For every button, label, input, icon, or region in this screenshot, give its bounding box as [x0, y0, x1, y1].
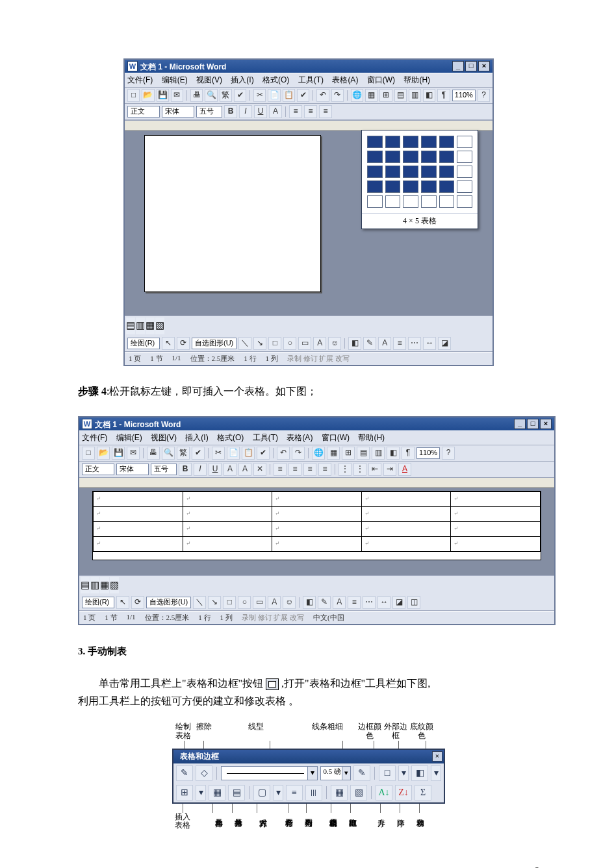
- mail-icon[interactable]: ✉: [171, 89, 183, 102]
- fontcolor-icon[interactable]: A: [269, 105, 282, 118]
- font-box[interactable]: 宋体: [162, 106, 194, 118]
- textbox-icon[interactable]: ▭: [298, 337, 311, 350]
- autoshapes-menu[interactable]: 自选图形(U): [192, 338, 237, 349]
- maximize-button[interactable]: □: [465, 61, 477, 71]
- rect-icon[interactable]: □: [268, 337, 281, 350]
- rect-icon[interactable]: □: [223, 596, 236, 609]
- menu-file[interactable]: 文件(F): [82, 433, 107, 442]
- fill-icon[interactable]: ◧: [303, 596, 316, 609]
- wordart-icon[interactable]: A: [268, 596, 281, 609]
- shadow-icon[interactable]: ◪: [438, 337, 451, 350]
- toolbar-close-button[interactable]: ×: [432, 751, 442, 762]
- menu-view[interactable]: 视图(V): [196, 75, 222, 84]
- align-right-icon[interactable]: ≡: [303, 463, 316, 476]
- align-justify-icon[interactable]: ≡: [318, 463, 331, 476]
- zoom-box[interactable]: 110%: [452, 90, 476, 101]
- char-border-icon[interactable]: A: [224, 463, 237, 476]
- textbox-icon[interactable]: ▭: [253, 596, 266, 609]
- line-icon[interactable]: ＼: [193, 596, 206, 609]
- menu-edit[interactable]: 编辑(E): [162, 75, 188, 84]
- char-shade-icon[interactable]: A: [238, 463, 251, 476]
- close-button[interactable]: ×: [540, 419, 552, 429]
- style-box[interactable]: 正文: [82, 464, 114, 475]
- abc-icon[interactable]: ✔: [234, 89, 246, 102]
- open-icon[interactable]: 📂: [142, 89, 154, 102]
- eraser-icon[interactable]: ◇: [196, 765, 212, 781]
- view-normal-icon[interactable]: ▤: [126, 317, 135, 334]
- linestyle-icon[interactable]: ≡: [393, 337, 406, 350]
- spell-icon[interactable]: 繁: [177, 447, 190, 460]
- view-print-icon[interactable]: ▦: [146, 317, 155, 334]
- numbering-icon[interactable]: ⋮: [339, 463, 352, 476]
- fmtpaint-icon[interactable]: ✔: [257, 447, 270, 460]
- minimize-button[interactable]: _: [452, 61, 464, 71]
- draw-menu[interactable]: 绘图(R): [82, 597, 114, 608]
- size-box[interactable]: 五号: [196, 106, 222, 118]
- menu-table[interactable]: 表格(A): [332, 75, 358, 84]
- menu-tools[interactable]: 工具(T): [298, 75, 324, 84]
- spell-icon[interactable]: 繁: [220, 89, 232, 102]
- text-color-icon[interactable]: A: [398, 463, 411, 476]
- menu-insert[interactable]: 插入(I): [185, 433, 208, 442]
- preview-icon[interactable]: 🔍: [162, 447, 175, 460]
- print-icon[interactable]: 🖶: [190, 89, 203, 102]
- mail-icon[interactable]: ✉: [127, 447, 140, 460]
- dist-rows-icon[interactable]: ≡: [286, 785, 303, 800]
- menu-help[interactable]: 帮助(H): [403, 75, 430, 84]
- align-dd[interactable]: ▾: [273, 785, 283, 800]
- underline-icon[interactable]: U: [209, 463, 222, 476]
- page-canvas[interactable]: [144, 135, 321, 292]
- copy-icon[interactable]: 📄: [227, 447, 240, 460]
- view-outline-icon[interactable]: ▧: [110, 577, 119, 594]
- arrows-icon[interactable]: ↔: [377, 596, 390, 609]
- align-right-icon[interactable]: ≡: [319, 105, 332, 118]
- redo-icon[interactable]: ↷: [292, 447, 305, 460]
- columns-icon[interactable]: ▥: [372, 447, 385, 460]
- line-icon[interactable]: ＼: [238, 337, 251, 350]
- insert-table-icon[interactable]: ⊞: [379, 89, 392, 102]
- excel-icon[interactable]: ▤: [357, 447, 370, 460]
- align-left-icon[interactable]: ≡: [274, 463, 287, 476]
- menu-format[interactable]: 格式(O): [262, 75, 289, 84]
- redo-icon[interactable]: ↷: [331, 89, 344, 102]
- merge-cells-icon[interactable]: ▦: [209, 785, 225, 800]
- new-icon[interactable]: □: [82, 447, 95, 460]
- pin-icon[interactable]: ¶: [402, 447, 415, 460]
- zoom-box[interactable]: 110%: [416, 447, 440, 459]
- select-icon[interactable]: ↖: [116, 596, 129, 609]
- size-box[interactable]: 五号: [151, 464, 177, 475]
- italic-icon[interactable]: I: [239, 105, 252, 118]
- line-style-dropdown[interactable]: ▾: [221, 766, 318, 780]
- align-left-icon[interactable]: ≡: [289, 105, 302, 118]
- border-color-icon[interactable]: ✎: [353, 765, 370, 781]
- threeD-icon[interactable]: ◫: [407, 596, 420, 609]
- font-box[interactable]: 宋体: [116, 464, 149, 475]
- dash-icon[interactable]: ⋯: [408, 337, 421, 350]
- align-center-icon[interactable]: ≡: [288, 463, 301, 476]
- abc-icon[interactable]: ✔: [192, 447, 205, 460]
- menu-edit[interactable]: 编辑(E): [116, 433, 142, 442]
- insert-table-dd[interactable]: ▾: [196, 785, 206, 800]
- rotate-icon[interactable]: ⟳: [177, 337, 190, 350]
- view-web-icon[interactable]: ▥: [136, 317, 145, 334]
- preview-icon[interactable]: 🔍: [205, 89, 217, 102]
- shading-color-icon[interactable]: ◧: [411, 765, 428, 781]
- open-icon[interactable]: 📂: [97, 447, 110, 460]
- italic-icon[interactable]: I: [194, 463, 207, 476]
- menu-window[interactable]: 窗口(W): [322, 433, 350, 442]
- columns-icon[interactable]: ▥: [409, 89, 421, 102]
- clipart-icon[interactable]: ☺: [283, 596, 296, 609]
- select-icon[interactable]: ↖: [162, 337, 175, 350]
- map-icon[interactable]: ◧: [387, 447, 400, 460]
- excel-icon[interactable]: ▤: [394, 89, 407, 102]
- oval-icon[interactable]: ○: [283, 337, 296, 350]
- paste-icon[interactable]: 📋: [283, 89, 295, 102]
- close-button[interactable]: ×: [478, 61, 490, 71]
- clipart-icon[interactable]: ☺: [328, 337, 341, 350]
- paste-icon[interactable]: 📋: [242, 447, 255, 460]
- linecolor-icon[interactable]: ✎: [363, 337, 376, 350]
- draw-table-icon[interactable]: ✎: [176, 765, 193, 781]
- menu-help[interactable]: 帮助(H): [358, 433, 385, 442]
- autoformat-icon[interactable]: ▦: [331, 785, 348, 800]
- fontcolor2-icon[interactable]: A: [333, 596, 346, 609]
